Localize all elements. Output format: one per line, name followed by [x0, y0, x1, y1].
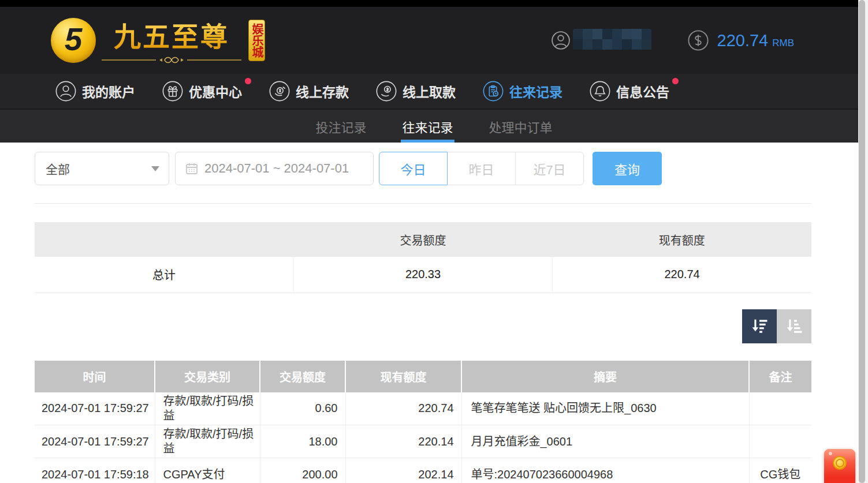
- calendar-icon: [185, 162, 199, 175]
- nav-label: 信息公告: [616, 81, 669, 101]
- nav-label: 优惠中心: [189, 81, 242, 101]
- cell-amount: 200.00: [260, 458, 345, 483]
- nav-item-transaction-records[interactable]: 往来记录: [482, 80, 562, 102]
- date-range-input[interactable]: 2024-07-01 ~ 2024-07-01: [175, 152, 374, 185]
- col-header-balance: 现有额度: [345, 361, 461, 392]
- tab-transaction-records[interactable]: 往来记录: [401, 110, 454, 143]
- scrollbar-track[interactable]: [858, 0, 868, 483]
- cell-amount: 18.00: [260, 425, 345, 458]
- cell-note: [749, 425, 811, 458]
- summary-header-empty: [35, 222, 293, 257]
- last-7-days-button[interactable]: 近7日: [515, 152, 584, 185]
- col-header-time: 时间: [35, 361, 155, 392]
- balance-amount: 220.74: [717, 31, 769, 50]
- col-header-note: 备注: [749, 361, 811, 392]
- content: 全部 2024-07-01 ~ 2024-07-01 今日 昨日 近7日 查询: [35, 152, 811, 483]
- nav-item-online-deposit[interactable]: 线上存款: [269, 80, 349, 102]
- summary-total-trade: 220.33: [293, 257, 552, 293]
- nav-item-announcements[interactable]: 信息公告: [589, 80, 669, 102]
- quick-range-group: 今日 昨日 近7日: [379, 152, 584, 185]
- nav-item-promotions[interactable]: 优惠中心: [162, 80, 242, 102]
- query-button[interactable]: 查询: [593, 152, 662, 185]
- table-row: 2024-07-01 17:59:27 存款/取款/打码/损益 18.00 22…: [35, 425, 811, 458]
- table-row: 2024-07-01 17:59:18 CGPAY支付 200.00 202.1…: [35, 458, 811, 483]
- summary-total-row: 总计 220.33 220.74: [35, 257, 811, 293]
- col-header-amount: 交易额度: [260, 361, 345, 392]
- date-range-value: 2024-07-01 ~ 2024-07-01: [204, 161, 349, 176]
- today-button[interactable]: 今日: [379, 152, 448, 185]
- notification-dot: [245, 78, 251, 84]
- page: 5 九五至尊 娱乐城: [0, 0, 868, 483]
- cell-type: CGPAY支付: [155, 458, 260, 483]
- sort-descending-button[interactable]: [742, 309, 777, 343]
- cell-summary: 单号:202407023660004968: [461, 458, 749, 483]
- cell-time: 2024-07-01 17:59:27: [35, 425, 155, 458]
- cell-summary: 月月充值彩金_0601: [461, 425, 749, 458]
- summary-header-row: 交易额度 现有额度: [35, 222, 811, 257]
- cell-time: 2024-07-01 17:59:27: [35, 392, 155, 425]
- balance-currency: RMB: [772, 38, 794, 49]
- chevron-down-icon: [151, 166, 159, 171]
- dollar-coin-icon: [687, 29, 709, 51]
- main-nav: 我的账户 优惠中心 线上存款: [0, 74, 868, 108]
- filter-row: 全部 2024-07-01 ~ 2024-07-01 今日 昨日 近7日 查询: [35, 152, 811, 185]
- cell-summary: 笔笔存笔笔送 贴心回馈无上限_0630: [461, 392, 749, 425]
- type-filter-select[interactable]: 全部: [35, 152, 169, 185]
- nav-label: 线上取款: [403, 81, 456, 101]
- nav-label: 我的账户: [82, 81, 135, 101]
- table-header-row: 时间 交易类别 交易额度 现有额度 摘要 备注: [35, 361, 811, 392]
- col-header-summary: 摘要: [461, 361, 749, 392]
- logo-flourish-icon: [99, 55, 244, 67]
- site-logo[interactable]: 5 九五至尊 娱乐城: [51, 14, 265, 67]
- top-black-strip: [0, 0, 868, 7]
- cell-note: CG钱包: [749, 458, 811, 483]
- sort-ascending-icon: [784, 316, 804, 336]
- summary-total-current: 220.74: [553, 257, 811, 293]
- tab-betting-records[interactable]: 投注记录: [314, 110, 367, 143]
- nav-item-my-account[interactable]: 我的账户: [55, 80, 135, 102]
- deposit-icon: [269, 80, 290, 102]
- cell-balance: 220.14: [345, 425, 461, 458]
- logo-badge: 娱乐城: [248, 20, 265, 61]
- balance: 220.74 RMB: [717, 31, 794, 50]
- sort-descending-icon: [750, 316, 769, 336]
- col-header-type: 交易类别: [155, 361, 260, 392]
- type-filter-value: 全部: [46, 160, 70, 177]
- user-area: 220.74 RMB: [551, 29, 794, 52]
- records-icon: [482, 80, 504, 102]
- cell-time: 2024-07-01 17:59:18: [35, 458, 155, 483]
- logo-text-block: 九五至尊: [99, 14, 244, 67]
- nav-label: 往来记录: [509, 81, 562, 101]
- gold-coin-icon: [833, 456, 847, 470]
- person-icon: [55, 80, 77, 102]
- username-redacted: [573, 29, 651, 52]
- nav-item-online-withdraw[interactable]: 线上取款: [375, 80, 456, 102]
- transactions-table: 时间 交易类别 交易额度 现有额度 摘要 备注 2024-07-01 17:59…: [35, 361, 811, 483]
- section-divider: [35, 203, 811, 204]
- sparkle-dot: [829, 452, 832, 455]
- cell-amount: 0.60: [260, 392, 345, 425]
- notification-dot: [672, 78, 679, 84]
- logo-95-icon: 5: [51, 18, 96, 63]
- withdraw-icon: [375, 80, 397, 102]
- summary-total-label: 总计: [35, 257, 293, 293]
- nav-label: 线上存款: [296, 81, 349, 101]
- summary-table: 交易额度 现有额度 总计 220.33 220.74: [35, 222, 811, 293]
- sort-controls: [35, 309, 811, 343]
- avatar-icon[interactable]: [551, 31, 571, 50]
- sort-ascending-button[interactable]: [777, 309, 811, 343]
- cell-type: 存款/取款/打码/损益: [155, 392, 260, 425]
- cell-balance: 220.74: [345, 392, 461, 425]
- site-header: 5 九五至尊 娱乐城: [0, 7, 868, 74]
- yesterday-button[interactable]: 昨日: [447, 152, 516, 185]
- cell-balance: 202.14: [345, 458, 461, 483]
- summary-header-trade-amount: 交易额度: [293, 222, 552, 257]
- scrollbar-thumb[interactable]: [859, 0, 865, 483]
- tab-pending-orders[interactable]: 处理中订单: [488, 110, 554, 143]
- red-envelope-icon[interactable]: [824, 449, 855, 483]
- table-row: 2024-07-01 17:59:27 存款/取款/打码/损益 0.60 220…: [35, 392, 811, 425]
- logo-title: 九五至尊: [114, 14, 229, 54]
- cell-type: 存款/取款/打码/损益: [155, 425, 260, 458]
- summary-header-current-amount: 现有额度: [553, 222, 811, 257]
- gift-icon: [162, 80, 184, 102]
